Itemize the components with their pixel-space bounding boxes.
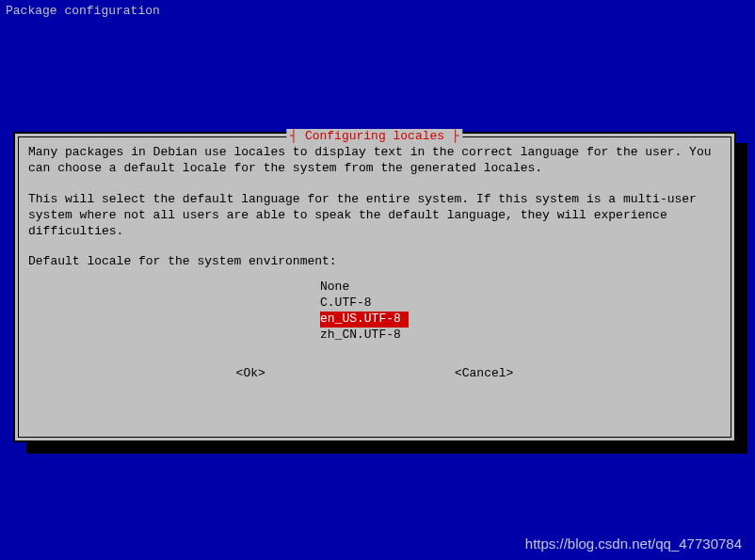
- dialog-inner-frame: ┤ Configuring locales ├ Many packages in…: [18, 136, 731, 438]
- locale-options-list: None C.UTF-8 en_US.UTF-8 zh_CN.UTF-8: [320, 280, 721, 344]
- dialog-paragraph-2: This will select the default language fo…: [28, 192, 721, 240]
- watermark-text: https://blog.csdn.net/qq_47730784: [525, 535, 742, 553]
- ok-button[interactable]: <Ok>: [236, 366, 265, 382]
- locale-option-en-us-utf8[interactable]: en_US.UTF-8: [320, 312, 409, 328]
- config-dialog: ┤ Configuring locales ├ Many packages in…: [13, 132, 736, 442]
- dialog-prompt: Default locale for the system environmen…: [28, 254, 721, 270]
- locale-option-zh-cn-utf8[interactable]: zh_CN.UTF-8: [320, 328, 401, 344]
- locale-option-c-utf8[interactable]: C.UTF-8: [320, 296, 372, 312]
- dialog-button-row: <Ok> <Cancel>: [28, 366, 721, 382]
- cancel-button[interactable]: <Cancel>: [455, 366, 513, 382]
- page-header: Package configuration: [0, 0, 755, 24]
- locale-option-none[interactable]: None: [320, 280, 349, 296]
- dialog-title: ┤ Configuring locales ├: [286, 129, 462, 145]
- dialog-paragraph-1: Many packages in Debian use locales to d…: [28, 145, 721, 177]
